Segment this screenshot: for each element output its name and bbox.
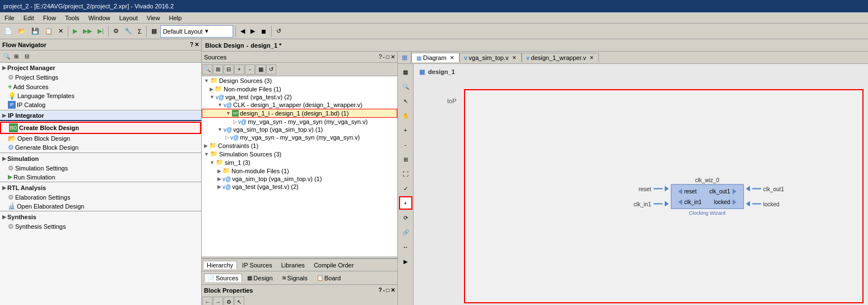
bottom-tab-board[interactable]: 📋 Board — [313, 274, 345, 283]
nav-simulation-settings[interactable]: ⚙ Simulation Settings — [0, 164, 201, 173]
menu-flow[interactable]: Flow — [41, 14, 58, 22]
bp-question[interactable]: ? — [379, 287, 382, 293]
bottom-tab-design[interactable]: ▦ Design — [243, 274, 276, 283]
nav-open-block-design[interactable]: 📂 Open Block Design — [0, 134, 201, 143]
dlt-validate-button[interactable]: ✓ — [399, 182, 412, 195]
sp-close[interactable]: ✕ — [391, 54, 395, 60]
tree-design1-bd[interactable]: ▼ bd design_1_i - design_1 (design_1.bd)… — [202, 109, 397, 118]
sp-filter-button[interactable]: ▦ — [256, 64, 266, 75]
tree-design-sources[interactable]: ▼ 📁 Design Sources (3) — [202, 76, 397, 85]
diagram-tab-close[interactable]: ✕ — [450, 55, 454, 61]
nav-create-block-design[interactable]: BD Create Block Design — [0, 122, 201, 134]
dlt-zoom-in-button[interactable]: + — [399, 123, 412, 137]
menu-window[interactable]: Window — [86, 14, 113, 22]
tree-vga-test2[interactable]: ▶ v@ vga_test (vga_test.v) (2) — [202, 183, 397, 191]
nav-run-simulation[interactable]: ▶ Run Simulation — [0, 173, 201, 181]
tree-constraints[interactable]: ▶ 📁 Constraints (1) — [202, 141, 397, 150]
tree-clk-wrapper[interactable]: ▼ v@ CLK - design_1_wrapper (design_1_wr… — [202, 101, 397, 109]
back-button[interactable]: ◀ — [238, 25, 247, 38]
tab-vga-sim-top[interactable]: v vga_sim_top.v ✕ — [459, 53, 522, 62]
settings-button[interactable]: ⚙ — [111, 25, 121, 38]
save-all-button[interactable]: 📋 — [43, 25, 55, 38]
tree-sim-sources[interactable]: ▼ 📁 Simulation Sources (3) — [202, 150, 397, 158]
nav-expand-button[interactable]: ⊞ — [12, 52, 22, 62]
section-rtl-analysis[interactable]: ▶ RTL Analysis — [0, 183, 201, 193]
forward-button[interactable]: ▶ — [248, 25, 257, 38]
tree-nm-files[interactable]: ▶ 📁 Non-module Files (1) — [202, 167, 397, 175]
tab-ip-sources[interactable]: IP Sources — [238, 261, 276, 270]
tree-non-module[interactable]: ▶ 📁 Non-module Files (1) — [202, 85, 397, 93]
run-all-button[interactable]: ▶▶ — [81, 25, 94, 38]
nav-language-templates[interactable]: 💡 Language Templates — [0, 91, 201, 100]
sp-question[interactable]: ? — [379, 54, 382, 60]
bp-settings-button[interactable]: ⚙ — [224, 297, 234, 305]
tree-vga-sim-top[interactable]: ▼ v@ vga_sim_top (vga_sim_top.v) (1) — [202, 126, 397, 133]
sp-minus[interactable]: - — [383, 54, 385, 60]
sp-remove-button[interactable]: - — [245, 64, 255, 75]
layout-icon-button[interactable]: ▦ — [149, 25, 159, 38]
stop-button[interactable]: ⏹ — [258, 25, 269, 38]
save-button[interactable]: 💾 — [29, 25, 41, 38]
refresh-button[interactable]: ↺ — [274, 25, 284, 38]
menu-view[interactable]: View — [145, 14, 163, 22]
tree-vga-sim-top2[interactable]: ▶ v@ vga_sim_top (vga_sim_top.v) (1) — [202, 175, 397, 183]
nav-collapse-button[interactable]: ⊟ — [22, 52, 33, 62]
dlt-fit-button[interactable]: ⊞ — [399, 152, 412, 166]
dlt-add-ip-button[interactable]: + — [399, 196, 412, 210]
tab-diagram[interactable]: ▦ Diagram ✕ — [411, 53, 459, 62]
nav-generate-block-design[interactable]: ⚙ Generate Block Design — [0, 143, 201, 152]
debug-button[interactable]: 🔧 — [122, 25, 134, 38]
tree-my-vga-syn1[interactable]: ▷ v@ my_vga_syn - my_vga_syn (my_vga_syn… — [202, 118, 397, 126]
vga-sim-close[interactable]: ✕ — [512, 55, 517, 61]
nav-elaboration-settings[interactable]: ⚙ Elaboration Settings — [0, 193, 201, 202]
clk-block[interactable]: clk_wiz_0 reset — [671, 177, 744, 216]
bp-left-arrow[interactable]: ← — [202, 297, 212, 305]
close-button[interactable]: ✕ — [56, 25, 66, 38]
nav-ip-catalog[interactable]: IP IP Catalog — [0, 100, 201, 109]
wrapper-close[interactable]: ✕ — [590, 55, 594, 61]
bp-minus[interactable]: - — [383, 287, 385, 293]
bp-close[interactable]: ✕ — [391, 287, 395, 293]
menu-help[interactable]: Help — [166, 14, 184, 22]
bp-cursor-button[interactable]: ↖ — [234, 297, 244, 305]
run-green-button[interactable]: ▶| — [95, 25, 106, 38]
dlt-zoom-all-button[interactable]: ⛶ — [399, 167, 412, 181]
layout-dropdown[interactable]: Default Layout ▾ — [160, 25, 233, 38]
dlt-route-button[interactable]: ↔ — [399, 240, 412, 253]
dlt-select-button[interactable]: ↖ — [399, 94, 412, 108]
dlt-run-button[interactable]: ▶ — [399, 255, 412, 268]
section-synthesis[interactable]: ▶ Synthesis — [0, 212, 201, 222]
sp-search-button[interactable]: 🔍 — [202, 64, 212, 75]
open-button[interactable]: 📂 — [16, 25, 28, 38]
tree-vga-test[interactable]: ▼ v@ vga_test (vga_test.v) (2) — [202, 93, 397, 101]
dlt-search-button[interactable]: 🔍 — [399, 80, 412, 93]
nav-project-settings[interactable]: ⚙ Project Settings — [0, 73, 201, 82]
nav-open-elaborated-design[interactable]: 🔬 Open Elaborated Design — [0, 202, 201, 210]
flow-nav-close[interactable]: ✕ — [194, 41, 199, 48]
run-button[interactable]: ▶ — [71, 25, 80, 38]
sp-add-button[interactable]: + — [234, 64, 244, 75]
section-simulation[interactable]: ▶ Simulation — [0, 154, 201, 164]
section-ip-integrator[interactable]: ▶ IP Integrator — [0, 111, 201, 121]
tree-my-vga-syn2[interactable]: ▷ v@ my_vga_syn - my_vga_syn (my_vga_syn… — [202, 133, 397, 141]
bottom-tab-signals[interactable]: ≋ Signals — [278, 274, 312, 283]
dlt-connection-button[interactable]: 🔗 — [399, 225, 412, 239]
section-project-manager[interactable]: ▶ Project Manager — [0, 63, 201, 73]
program-button[interactable]: Σ — [136, 25, 144, 38]
tree-sim1[interactable]: ▼ 📁 sim_1 (3) — [202, 158, 397, 167]
menu-layout[interactable]: Layout — [117, 14, 140, 22]
bp-right-arrow[interactable]: → — [213, 297, 223, 305]
dlt-autoconnect-button[interactable]: ⟳ — [399, 211, 412, 224]
menu-file[interactable]: File — [2, 14, 17, 22]
sp-collapse-button[interactable]: ⊟ — [224, 64, 234, 75]
tab-compile-order[interactable]: Compile Order — [310, 261, 358, 270]
bp-restore[interactable]: □ — [386, 287, 389, 293]
flow-nav-question[interactable]: ? — [190, 41, 193, 48]
dlt-hand-button[interactable]: ✋ — [399, 109, 412, 122]
nav-synthesis-settings[interactable]: ⚙ Synthesis Settings — [0, 222, 201, 231]
sp-expand-button[interactable]: ⊞ — [213, 64, 223, 75]
new-file-button[interactable]: 📄 — [2, 25, 15, 38]
menu-tools[interactable]: Tools — [63, 14, 82, 22]
sp-refresh-button[interactable]: ↺ — [266, 64, 276, 75]
bottom-tab-sources[interactable]: 📄 Sources — [204, 274, 242, 282]
